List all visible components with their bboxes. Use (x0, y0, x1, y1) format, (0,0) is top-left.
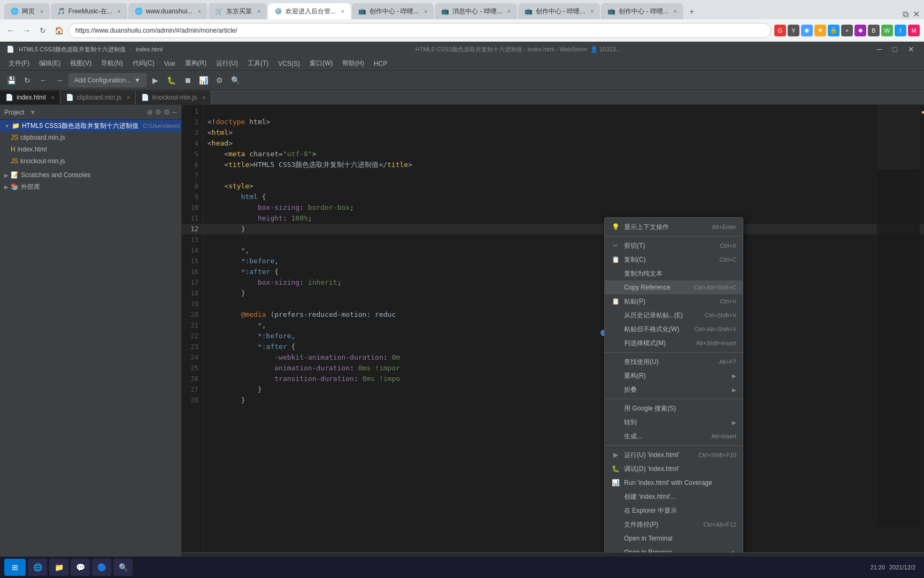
ext-icon-7[interactable]: B (868, 25, 880, 36)
tab-close-9[interactable]: × (674, 9, 677, 14)
code-editor[interactable]: <!doctype html> <html> <head> <meta char… (203, 105, 924, 552)
ctx-find-usages[interactable]: 查找使用(U) Alt+F7 (605, 355, 743, 369)
maximize-button[interactable]: □ (890, 45, 900, 54)
file-tab-index[interactable]: 📄 index.html × (0, 90, 60, 104)
browser-tab-5[interactable]: ⚙️ 欢迎进入后台管... × (268, 3, 351, 19)
tab-close-7[interactable]: × (507, 9, 511, 14)
toolbar-coverage[interactable]: 📊 (197, 73, 211, 87)
tab-close-4[interactable]: × (257, 9, 260, 14)
tree-item-project[interactable]: ▼ 📁 HTML5 CSS3颜色选取并复制十六进制值 C:\Users\leno… (0, 120, 181, 132)
file-tab-close-knockout[interactable]: × (202, 95, 205, 101)
google-icon[interactable]: G (774, 25, 786, 36)
start-button[interactable]: ⊞ (4, 559, 26, 576)
taskbar-ie[interactable]: 🌐 (28, 559, 47, 576)
ctx-open-terminal[interactable]: Open in Terminal (605, 531, 743, 545)
menu-window[interactable]: 窗口(W) (305, 58, 337, 69)
ctx-open-browser[interactable]: Open in Browser ▶ (605, 545, 743, 552)
ctx-paste-plain[interactable]: 粘贴但不格式化(W) Ctrl+Alt+Shift+V (605, 322, 743, 336)
tree-item-knockout[interactable]: JS knockout-min.js (0, 155, 181, 167)
ctx-create-index[interactable]: 创建 'index.html'... (605, 490, 743, 504)
toolbar-edit-config[interactable]: ⚙ (213, 73, 227, 87)
ctx-paste[interactable]: 📋 粘贴(P) Ctrl+V (605, 294, 743, 308)
close-ide-button[interactable]: ✕ (905, 45, 918, 54)
browser-tab-6[interactable]: 📺 创作中心 - 哔哩... × (352, 3, 434, 19)
file-tab-clipboard[interactable]: 📄 clipboard.min.js × (60, 90, 136, 104)
ext-icon-4[interactable]: 🔒 (828, 25, 840, 36)
browser-tab-4[interactable]: 🛒 东京买菜 × (209, 3, 267, 19)
menu-tools[interactable]: 工具(T) (243, 58, 273, 69)
tree-item-scratches[interactable]: ▶ 📝 Scratches and Consoles (0, 169, 181, 181)
reload-button[interactable]: ↻ (36, 24, 49, 37)
menu-hcp[interactable]: HCP (369, 59, 391, 69)
ctx-show-explorer[interactable]: 在 Explorer 中显示 (605, 504, 743, 518)
home-button[interactable]: 🏠 (52, 24, 65, 37)
file-tab-close-clipboard[interactable]: × (127, 95, 130, 101)
ctx-paste-history[interactable]: 从历史记录粘贴...(E) Ctrl+Shift+V (605, 308, 743, 322)
menu-code[interactable]: 代码(C) (128, 58, 159, 69)
toolbar-debug-run[interactable]: ▶ (149, 73, 163, 87)
ext-icon-8[interactable]: W (881, 25, 893, 36)
menu-navigate[interactable]: 导航(N) (97, 58, 127, 69)
browser-close-button[interactable]: ✕ (913, 9, 920, 19)
menu-vcs[interactable]: VCS(S) (274, 59, 304, 69)
toolbar-forward[interactable]: → (52, 73, 66, 87)
ctx-copy[interactable]: 📋 复制(C) Ctrl+C (605, 253, 743, 267)
menu-help[interactable]: 帮助(H) (338, 58, 368, 69)
tab-close-3[interactable]: × (198, 9, 201, 14)
tab-close-5[interactable]: × (341, 9, 344, 14)
browser-tab-1[interactable]: 🌐 网页 × (4, 3, 50, 19)
menu-refactor[interactable]: 重构(R) (181, 58, 211, 69)
menu-view[interactable]: 视图(V) (66, 58, 96, 69)
toolbar-stop[interactable]: ⏹ (181, 73, 195, 87)
browser-tab-8[interactable]: 📺 创作中心 - 哔哩... × (518, 3, 600, 19)
taskbar-app-2[interactable]: 💬 (71, 559, 90, 576)
ext-icon-1[interactable]: Y (788, 25, 799, 36)
menu-file[interactable]: 文件(F) (4, 58, 34, 69)
tree-item-external[interactable]: ▶ 📚 外部库 (0, 181, 181, 193)
ext-icon-9[interactable]: I (895, 25, 906, 36)
ext-icon-2[interactable]: ◉ (801, 25, 813, 36)
taskbar-chrome[interactable]: 🔵 (92, 559, 111, 576)
menu-run[interactable]: 运行(U) (212, 58, 242, 69)
forward-button[interactable]: → (20, 24, 33, 37)
browser-tab-7[interactable]: 📺 消息中心 - 哔哩... × (435, 3, 517, 19)
ctx-fold[interactable]: 折叠 ▶ (605, 383, 743, 397)
menu-edit[interactable]: 编辑(E) (35, 58, 65, 69)
ctx-run-index[interactable]: ▶ 运行(U) 'index.html' Ctrl+Shift+F10 (605, 448, 743, 462)
tree-item-index[interactable]: H index.html (0, 143, 181, 155)
ctx-run-coverage[interactable]: 📊 Run 'index.html' with Coverage (605, 476, 743, 490)
toolbar-back[interactable]: ← (36, 73, 50, 87)
browser-tab-3[interactable]: 🌐 www.duanshui... × (128, 3, 207, 19)
ctx-goto[interactable]: 转到 ▶ (605, 415, 743, 429)
toolbar-sync[interactable]: ↻ (20, 73, 34, 87)
toolbar-save[interactable]: 💾 (4, 73, 18, 87)
tab-close-2[interactable]: × (118, 9, 121, 14)
ctx-generate[interactable]: 生成... Alt+Insert (605, 429, 743, 443)
ctx-debug-index[interactable]: 🐛 调试(D) 'index.html' (605, 462, 743, 476)
restore-button[interactable]: ⧉ (903, 10, 908, 19)
file-tab-close-index[interactable]: × (51, 95, 55, 101)
tab-close-1[interactable]: × (40, 9, 43, 14)
tab-close-8[interactable]: × (590, 9, 594, 14)
toolbar-search[interactable]: 🔍 (229, 73, 243, 87)
ext-icon-3[interactable]: ★ (814, 25, 826, 36)
ctx-show-context-actions[interactable]: 💡 显示上下文操作 Alt+Enter (605, 220, 743, 234)
ext-icon-6[interactable]: ◆ (854, 25, 866, 36)
sidebar-gear-icon[interactable]: ⚙ (164, 108, 170, 116)
config-dropdown[interactable]: Add Configuration... ▼ (68, 73, 147, 87)
menu-vue[interactable]: Vue (160, 59, 180, 69)
ctx-copy-reference[interactable]: Copy Reference Ctrl+Alt+Shift+C (605, 280, 743, 294)
ctx-column-select[interactable]: 列选择模式(M) Alt+Shift+Insert (605, 336, 743, 350)
browser-tab-2[interactable]: 🎵 FreeMusic-在... × (51, 3, 127, 19)
tree-item-clipboard[interactable]: JS clipboard.min.js (0, 132, 181, 143)
toolbar-debug[interactable]: 🐛 (165, 73, 179, 87)
ctx-cut[interactable]: ✂ 剪切(T) Ctrl+X (605, 239, 743, 253)
taskbar-app-3[interactable]: 🔍 (113, 559, 133, 576)
ctx-copy-plain[interactable]: 复制为纯文本 (605, 267, 743, 280)
sidebar-settings-icon[interactable]: ⚙ (155, 108, 161, 116)
ext-icon-5[interactable]: + (841, 25, 853, 36)
minimize-button[interactable]: ─ (874, 45, 886, 54)
sidebar-minimize-icon[interactable]: ─ (172, 108, 177, 116)
ctx-refactor[interactable]: 重构(R) ▶ (605, 369, 743, 383)
back-button[interactable]: ← (4, 24, 17, 37)
